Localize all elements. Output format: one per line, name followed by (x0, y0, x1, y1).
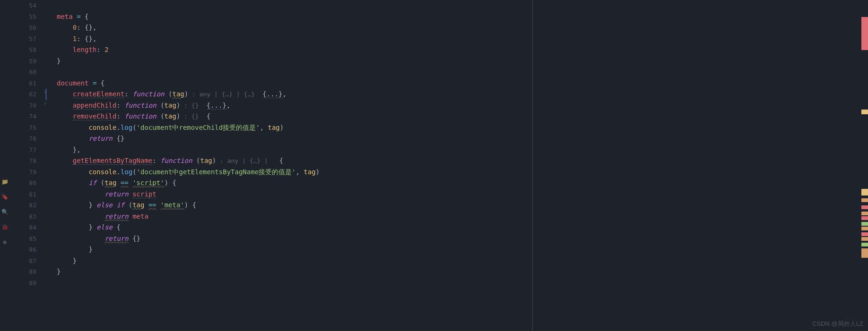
activity-icon[interactable]: ⚙ (1, 239, 9, 246)
token: : {} (180, 102, 202, 109)
token: ) { (184, 201, 196, 209)
token: 'document中getElementsByTagName接受的值是' (137, 168, 296, 176)
code-line[interactable]: appendChild: function (tag) : {} {...}, (57, 100, 230, 111)
token: = (77, 13, 80, 20)
minimap-marker (861, 205, 868, 209)
fold-collapsed-icon[interactable]: › (40, 100, 50, 107)
code-line[interactable]: getElementsByTagName: function (tag) : a… (57, 155, 283, 167)
code-line[interactable]: meta = { (57, 11, 88, 23)
token: tag (268, 124, 280, 131)
watermark-text: CSDN @局外人LZ (812, 320, 863, 328)
token: ) (316, 168, 320, 176)
token: function (124, 102, 156, 109)
token: removeChild (73, 112, 117, 120)
minimap-marker (861, 227, 868, 230)
text-cursor (46, 89, 46, 100)
code-line[interactable]: console.log('document中getElementsByTagNa… (57, 167, 320, 178)
line-number: 89 (9, 278, 40, 289)
line-number: 87 (9, 255, 40, 267)
code-line[interactable]: console.log('document中removeChild接受的值是',… (57, 122, 284, 134)
token: {...} (207, 102, 226, 110)
code-line[interactable]: length: 2 (57, 44, 109, 56)
token: . (116, 124, 120, 131)
code-line[interactable]: } (57, 266, 61, 278)
minimap-marker (861, 212, 868, 215)
token: 'meta' (160, 201, 184, 209)
token: : any | {…} | {…} (188, 91, 259, 98)
code-line[interactable]: } else if (tag == 'meta') { (57, 200, 196, 211)
token: tag (165, 102, 176, 109)
token: , (260, 124, 268, 131)
token: == (148, 201, 156, 209)
token: {...} (262, 90, 282, 98)
token: ( (156, 112, 165, 120)
code-line[interactable]: return script (57, 189, 156, 200)
activity-icon[interactable]: 🔖 (1, 194, 9, 201)
token: ) (212, 157, 216, 164)
token: ( (165, 90, 173, 98)
token: , (77, 146, 80, 153)
editor-ruler (532, 0, 533, 331)
token (57, 235, 104, 242)
token: {} (113, 135, 124, 142)
token: createElement (73, 90, 125, 98)
code-line[interactable]: return {} (57, 133, 124, 144)
code-line[interactable]: createElement: function (tag) : any | {…… (57, 89, 286, 100)
token: ( (124, 201, 132, 209)
minimap-marker (861, 222, 868, 226)
minimap-marker (861, 248, 868, 258)
activity-icon[interactable]: 🐞 (1, 224, 9, 231)
token: : (77, 35, 85, 42)
token: if (88, 179, 96, 187)
token (144, 201, 148, 209)
code-line[interactable]: 1: {}, (57, 34, 96, 45)
token: . (116, 168, 120, 176)
token: function (124, 112, 156, 120)
minimap-marker (861, 198, 868, 202)
line-number: 84 (9, 222, 40, 233)
line-number: 59 (9, 56, 40, 67)
code-line[interactable]: if (tag == 'script') { (57, 178, 176, 189)
line-number: 56 (9, 22, 40, 34)
token: document (57, 79, 88, 87)
token: ( (156, 102, 165, 109)
line-number: 82 (9, 200, 40, 211)
token (57, 168, 88, 176)
line-number: 80 (9, 178, 40, 189)
code-line[interactable]: } (57, 56, 61, 67)
activity-icon[interactable]: 🔍 (1, 209, 9, 216)
code-line[interactable]: removeChild: function (tag) : {} { (57, 111, 210, 122)
code-editor[interactable]: 5455565758596061627074757677787980818283… (9, 0, 860, 331)
code-content[interactable]: meta = { 0: {}, 1: {}, length: 2}documen… (50, 0, 541, 331)
minimap[interactable] (861, 0, 868, 331)
line-number: 78 (9, 155, 40, 167)
token: 1 (73, 35, 77, 42)
code-line[interactable]: } (57, 255, 77, 267)
code-line[interactable]: 0: {}, (57, 22, 96, 34)
code-line[interactable]: }, (57, 144, 81, 156)
code-line[interactable]: return {} (57, 233, 140, 245)
code-line[interactable]: } else { (57, 222, 121, 233)
token (57, 212, 104, 220)
line-number: 81 (9, 189, 40, 200)
activity-icon[interactable]: 📁 (1, 178, 9, 186)
token: function (160, 157, 192, 164)
code-line[interactable]: return meta (57, 211, 148, 222)
minimap-marker (861, 189, 868, 195)
line-number-gutter: 5455565758596061627074757677787980818283… (9, 0, 40, 331)
token: tag (165, 112, 176, 120)
token (81, 13, 85, 20)
token: tag (172, 90, 184, 98)
line-number: 55 (9, 11, 40, 23)
fold-collapsed-icon[interactable]: › (40, 89, 50, 95)
line-number: 76 (9, 133, 40, 144)
token: } (57, 201, 96, 209)
code-line[interactable]: document = { (57, 78, 104, 89)
token: {} (129, 235, 140, 242)
line-number: 74 (9, 111, 40, 122)
token: , (296, 168, 304, 176)
token (57, 24, 73, 31)
token (57, 90, 73, 98)
code-line[interactable]: } (57, 244, 93, 255)
token: { (202, 112, 210, 120)
